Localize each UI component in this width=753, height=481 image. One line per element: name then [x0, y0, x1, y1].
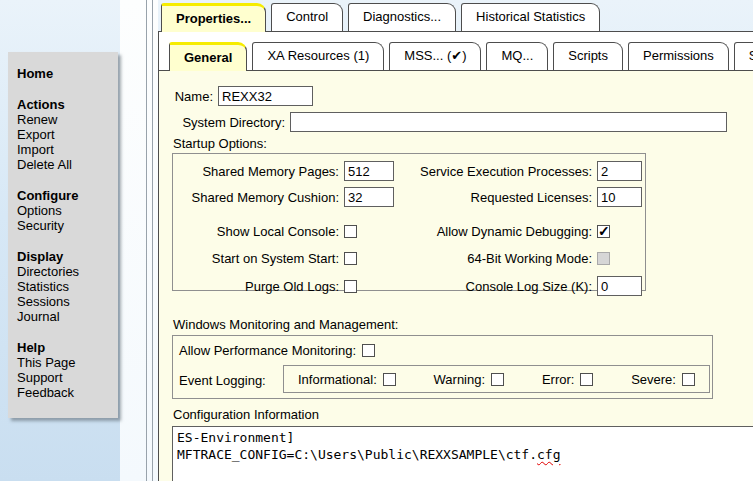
- requested-licenses-field[interactable]: [597, 187, 642, 207]
- general-panel: Name: System Directory: Startup Options:…: [159, 70, 753, 481]
- service-execution-processes-field[interactable]: [597, 161, 642, 181]
- shared-memory-cushion-label: Shared Memory Cushion:: [173, 190, 339, 205]
- event-error-label: Error:: [542, 372, 575, 387]
- frame-divider-line-2: [152, 0, 153, 481]
- event-informational-checkbox[interactable]: [383, 373, 396, 386]
- 64-bit-working-mode-label: 64-Bit Working Mode:: [402, 251, 592, 266]
- console-log-size-field[interactable]: [597, 276, 642, 296]
- purge-old-logs-label: Purge Old Logs:: [173, 279, 339, 294]
- allow-performance-monitoring-checkbox[interactable]: [362, 344, 375, 357]
- 64-bit-working-mode-checkbox: [597, 252, 610, 265]
- shared-memory-pages-field[interactable]: [344, 161, 394, 181]
- sidebar-item-import[interactable]: Import: [17, 142, 114, 157]
- tab-general[interactable]: General: [169, 42, 247, 71]
- sidebar-header-actions: Actions: [17, 97, 114, 112]
- system-directory-field[interactable]: [290, 112, 727, 132]
- event-warning-label: Warning:: [434, 372, 486, 387]
- show-local-console-checkbox[interactable]: [344, 225, 357, 238]
- sidebar-header-help: Help: [17, 340, 114, 355]
- show-local-console-label: Show Local Console:: [173, 224, 339, 239]
- config-line-1: ES-Environment]: [177, 429, 750, 446]
- tab-historical-statistics[interactable]: Historical Statistics: [461, 3, 600, 31]
- console-log-size-label: Console Log Size (K):: [402, 279, 592, 294]
- event-warning-checkbox[interactable]: [491, 373, 504, 386]
- windows-monitoring-heading: Windows Monitoring and Management:: [173, 317, 398, 332]
- tab-security[interactable]: Security: [734, 42, 753, 70]
- allow-dynamic-debugging-checkbox[interactable]: [597, 225, 610, 238]
- sidebar-item-renew[interactable]: Renew: [17, 112, 114, 127]
- sidebar: Home Actions Renew Export Import Delete …: [8, 52, 118, 418]
- misspelled-word: cfg: [537, 447, 560, 462]
- tab-properties[interactable]: Properties...: [161, 3, 266, 32]
- tab-xa-resources[interactable]: XA Resources (1): [252, 42, 384, 70]
- event-error-checkbox[interactable]: [580, 373, 593, 386]
- frame-divider-line-1: [146, 0, 147, 481]
- sidebar-item-sessions[interactable]: Sessions: [17, 294, 114, 309]
- config-line-2: MFTRACE_CONFIG=C:\Users\Public\REXXSAMPL…: [177, 446, 750, 463]
- tab-mq[interactable]: MQ...: [486, 42, 548, 70]
- event-severe-label: Severe:: [631, 372, 676, 387]
- sidebar-item-export[interactable]: Export: [17, 127, 114, 142]
- tab-permissions[interactable]: Permissions: [628, 42, 729, 70]
- tab-diagnostics[interactable]: Diagnostics...: [348, 3, 456, 31]
- startup-options-heading: Startup Options:: [173, 136, 267, 151]
- tab-control[interactable]: Control: [271, 3, 343, 31]
- allow-dynamic-debugging-label: Allow Dynamic Debugging:: [402, 224, 592, 239]
- sidebar-item-support[interactable]: Support: [17, 370, 114, 385]
- event-severe-checkbox[interactable]: [682, 373, 695, 386]
- event-logging-group: Informational: Warning: Error: Severe:: [283, 365, 710, 393]
- sidebar-item-delete-all[interactable]: Delete All: [17, 157, 114, 172]
- windows-monitoring-group: Allow Performance Monitoring: Event Logg…: [172, 335, 713, 399]
- sidebar-header-display: Display: [17, 249, 114, 264]
- start-on-system-start-label: Start on System Start:: [173, 251, 339, 266]
- main-tab-bar: Properties... Control Diagnostics... His…: [161, 3, 605, 31]
- name-field[interactable]: [218, 86, 313, 106]
- shared-memory-cushion-field[interactable]: [344, 187, 394, 207]
- sidebar-item-this-page[interactable]: This Page: [17, 355, 114, 370]
- configuration-information-heading: Configuration Information: [173, 407, 319, 422]
- shared-memory-pages-label: Shared Memory Pages:: [173, 164, 339, 179]
- system-directory-label: System Directory:: [173, 115, 285, 130]
- sidebar-item-journal[interactable]: Journal: [17, 309, 114, 324]
- startup-options-group: Shared Memory Pages: Service Execution P…: [172, 153, 646, 291]
- content-frame: General XA Resources (1) MSS... (✔) MQ..…: [158, 31, 753, 481]
- requested-licenses-label: Requested Licenses:: [402, 190, 592, 205]
- allow-performance-monitoring-label: Allow Performance Monitoring:: [179, 343, 356, 358]
- sidebar-item-options[interactable]: Options: [17, 203, 114, 218]
- configuration-textarea[interactable]: ES-Environment] MFTRACE_CONFIG=C:\Users\…: [172, 426, 753, 481]
- sidebar-item-directories[interactable]: Directories: [17, 264, 114, 279]
- tab-mss[interactable]: MSS... (✔): [389, 42, 481, 70]
- sidebar-item-home[interactable]: Home: [17, 66, 114, 81]
- event-informational-label: Informational:: [298, 372, 377, 387]
- sidebar-item-feedback[interactable]: Feedback: [17, 385, 114, 400]
- sidebar-item-statistics[interactable]: Statistics: [17, 279, 114, 294]
- tab-scripts[interactable]: Scripts: [553, 42, 623, 70]
- sidebar-header-configure: Configure: [17, 188, 114, 203]
- sub-tab-bar: General XA Resources (1) MSS... (✔) MQ..…: [169, 42, 753, 70]
- start-on-system-start-checkbox[interactable]: [344, 252, 357, 265]
- service-execution-processes-label: Service Execution Processes:: [402, 164, 592, 179]
- event-logging-label: Event Logging:: [179, 373, 266, 388]
- purge-old-logs-checkbox[interactable]: [344, 280, 357, 293]
- sidebar-item-security[interactable]: Security: [17, 218, 114, 233]
- name-label: Name:: [173, 89, 213, 104]
